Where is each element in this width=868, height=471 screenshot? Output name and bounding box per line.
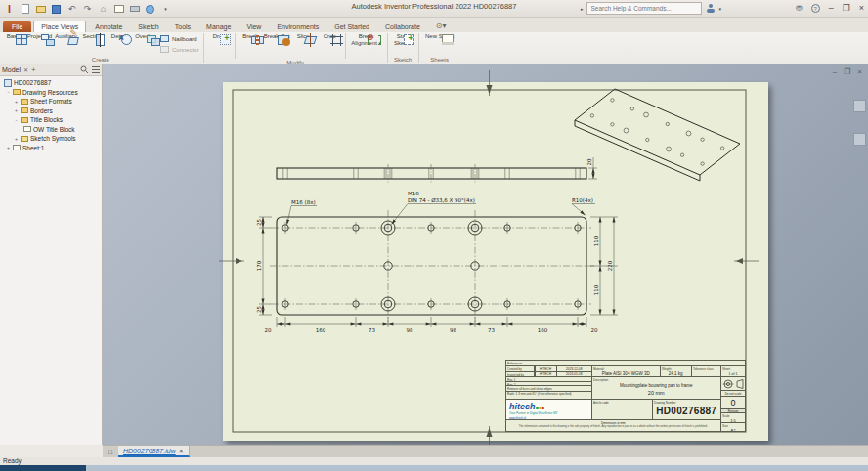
tab-tools[interactable]: Tools	[168, 21, 197, 32]
auxiliary-button[interactable]: ✎ Auxiliary	[53, 32, 79, 40]
dimensions: 25 170 25 110 110 220	[256, 157, 619, 333]
store-cart-icon[interactable]: ⛃	[796, 4, 803, 13]
home-icon[interactable]: ⌂	[97, 3, 109, 16]
folder-icon	[21, 107, 28, 113]
new-document-icon[interactable]	[19, 3, 31, 16]
browser-search-icon[interactable]	[80, 65, 89, 74]
close-button[interactable]: ×	[859, 3, 864, 13]
ribbon-group-sheets: New Sheet Sheets	[421, 32, 458, 64]
tree-item-sheet-formats[interactable]: +Sheet Formats	[2, 97, 102, 107]
expander-icon[interactable]: -	[14, 117, 19, 123]
section-button[interactable]: Section	[79, 32, 106, 40]
tb-material: Material: Plate AISI 304 WGW 3D	[591, 365, 661, 377]
start-sketch-button[interactable]: + Start Sketch	[390, 32, 416, 46]
folder-icon	[21, 99, 28, 105]
signin-dropdown-icon[interactable]: ▾	[718, 6, 721, 12]
search-expand-icon[interactable]: ▸	[581, 6, 584, 12]
sign-in-icon[interactable]	[706, 4, 715, 13]
sheet-icon[interactable]	[112, 3, 125, 16]
tree-item-borders[interactable]: +Borders	[2, 107, 102, 116]
ribbon-options-icon[interactable]: ⊙▾	[429, 20, 454, 32]
crop-button[interactable]: Crop	[317, 32, 343, 40]
status-bar: Ready	[0, 457, 868, 465]
detail-button[interactable]: A Detail	[106, 32, 132, 40]
save-icon[interactable]	[50, 3, 63, 16]
open-icon[interactable]	[34, 3, 47, 16]
expander-icon[interactable]: +	[14, 136, 19, 142]
hitech-logo: hitech	[509, 402, 544, 411]
panel-clamp-top-icon[interactable]	[853, 100, 866, 112]
group-label-sketch[interactable]: Sketch	[390, 56, 416, 64]
print-icon[interactable]	[128, 3, 141, 16]
group-label-create[interactable]: Create	[0, 56, 201, 64]
help-icon[interactable]: ?	[811, 4, 820, 13]
doc-close-icon[interactable]: ×	[857, 67, 862, 76]
tab-environments[interactable]: Environments	[270, 21, 326, 32]
connector-button: Connector	[160, 45, 199, 54]
document-tab-close-icon[interactable]: ✕	[179, 448, 184, 454]
dim-right-220: 220	[607, 260, 613, 271]
overlay-button[interactable]: Overlay	[132, 32, 158, 40]
home-tab-icon[interactable]: ⌂	[103, 446, 118, 457]
expander-icon[interactable]: +	[14, 99, 19, 105]
drawing-sheet[interactable]: 25 170 25 110 110 220	[223, 82, 768, 441]
dim-bottom-98-right: 98	[450, 327, 456, 333]
tb-logo-cell: hitech Your Partner in Digital Excellenc…	[505, 399, 592, 420]
group-label-sheets[interactable]: Sheets	[421, 56, 458, 64]
expander-icon[interactable]: +	[6, 145, 11, 150]
tb-article-code: Article code	[591, 399, 653, 420]
panel-clamp-bottom-icon[interactable]	[853, 133, 866, 146]
document-window-controls: – ❐ ×	[833, 67, 862, 76]
callout-csk-line1: M16	[408, 191, 419, 196]
browser-menu-icon[interactable]	[92, 66, 100, 73]
tab-file[interactable]: File	[3, 21, 31, 32]
tab-view[interactable]: View	[239, 21, 268, 32]
graphics-canvas[interactable]: – ❐ ×	[103, 64, 868, 445]
expander-icon[interactable]: +	[14, 107, 19, 113]
break-button[interactable]: Break	[238, 32, 264, 40]
folder-icon	[13, 89, 21, 95]
browser-close-icon[interactable]: ✕	[23, 66, 28, 73]
document-tab-filename[interactable]: HD00276887.idw	[123, 448, 176, 454]
browser-add-tab-icon[interactable]: +	[31, 65, 36, 74]
qat-customize-icon[interactable]: ▾	[159, 3, 172, 16]
tree-item-sheet1[interactable]: +Sheet:1	[2, 144, 102, 153]
inventor-logo-icon[interactable]: I	[3, 3, 16, 16]
minimize-button[interactable]: –	[829, 3, 834, 13]
tree-item-drawing-resources[interactable]: -Drawing Resources	[2, 88, 102, 98]
restore-button[interactable]: ❐	[843, 3, 850, 13]
tab-manage[interactable]: Manage	[199, 21, 238, 32]
document-tab[interactable]: HD00276887.idw ✕	[118, 446, 190, 457]
expander-icon[interactable]: -	[6, 89, 11, 95]
dim-bottom-160-right: 160	[538, 327, 548, 333]
draft-button[interactable]: + Draft	[206, 32, 233, 40]
ribbon-separator	[387, 33, 388, 63]
tab-sketch[interactable]: Sketch	[131, 21, 165, 32]
doc-minimize-icon[interactable]: –	[833, 67, 837, 76]
tab-collaborate[interactable]: Collaborate	[378, 21, 427, 32]
search-input[interactable]	[586, 2, 702, 15]
redo-icon[interactable]: ↷	[81, 3, 94, 16]
ribbon-tab-bar: File Place Views Annotate Sketch Tools M…	[0, 18, 868, 32]
materials-icon[interactable]	[144, 3, 156, 16]
dim-right-110-bottom: 110	[593, 284, 599, 295]
model-browser-panel: Model ✕ + HD00276887 -Drawing Resources …	[0, 64, 103, 445]
tree-item-root[interactable]: HD00276887	[2, 78, 102, 88]
projected-button[interactable]: Projected	[26, 32, 53, 40]
tree-item-title-blocks[interactable]: -Title Blocks	[2, 115, 102, 125]
slice-button[interactable]: Slice	[290, 32, 317, 40]
tb-size: Size A2	[720, 422, 746, 432]
nailboard-button[interactable]: Nailboard	[160, 34, 199, 43]
break-out-button[interactable]: Break Out	[264, 32, 290, 40]
tab-annotate[interactable]: Annotate	[88, 21, 129, 32]
base-button[interactable]: Base	[0, 32, 26, 40]
tab-get-started[interactable]: Get Started	[327, 21, 376, 32]
break-alignment-button[interactable]: ⊗ Break Alignment ▾	[348, 32, 385, 46]
doc-restore-icon[interactable]: ❐	[844, 67, 850, 76]
tree-item-sketch-symbols[interactable]: +Sketch Symbols	[2, 134, 102, 144]
new-sheet-button[interactable]: New Sheet	[421, 32, 458, 40]
quick-access-toolbar: I ↶ ↷ ⌂ ▾	[3, 2, 172, 16]
tab-place-views[interactable]: Place Views	[33, 21, 86, 32]
undo-icon[interactable]: ↶	[65, 3, 78, 16]
tree-item-ow-title-block[interactable]: OW Title Block	[2, 125, 102, 135]
